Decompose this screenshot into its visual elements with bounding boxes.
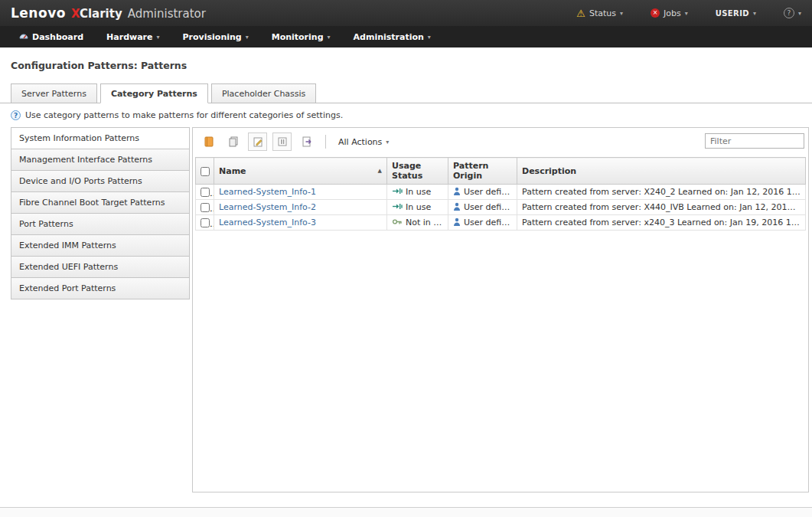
pattern-origin-label: User defined	[464, 218, 517, 227]
help-menu[interactable]: ? ▾	[784, 8, 801, 18]
usage-status-label: In use	[406, 187, 431, 197]
delete-pattern-button[interactable]	[272, 133, 292, 151]
info-icon: ?	[11, 110, 21, 120]
user-defined-icon	[453, 218, 461, 226]
column-header-usage-status[interactable]: Usage Status	[387, 158, 448, 185]
sidebar-item-fibre-channel-boot-target-patterns[interactable]: Fibre Channel Boot Target Patterns	[11, 191, 190, 214]
nav-administration[interactable]: Administration ▾	[342, 26, 442, 47]
sidebar-item-extended-uefi-patterns[interactable]: Extended UEFI Patterns	[11, 256, 190, 278]
page-footer	[0, 507, 812, 517]
table-row: Learned-System_Info-3 Not in use Us	[196, 215, 806, 231]
jobs-label: Jobs	[664, 8, 681, 18]
user-label: USERID	[716, 9, 749, 18]
nav-provisioning[interactable]: Provisioning ▾	[171, 26, 260, 47]
sidebar-item-system-information-patterns[interactable]: System Information Patterns	[11, 127, 190, 149]
deploy-pattern-button[interactable]	[297, 133, 316, 151]
not-in-use-icon	[392, 218, 403, 226]
pattern-name-link[interactable]: Learned-System_Info-1	[219, 187, 316, 197]
edit-icon	[252, 136, 264, 148]
nav-administration-label: Administration	[354, 32, 424, 42]
top-header: Lenovo XClarity Administrator ⚠ Status ▾…	[0, 0, 812, 26]
edit-pattern-button[interactable]	[248, 133, 267, 151]
toolbar-separator	[325, 135, 326, 149]
tab-server-patterns[interactable]: Server Patterns	[11, 83, 97, 103]
nav-dashboard-label: Dashboard	[32, 32, 83, 42]
pattern-origin-label: User defined	[464, 187, 517, 197]
pattern-origin-label: User defined	[464, 202, 517, 212]
filter-container	[705, 133, 804, 149]
xclarity-logo: XClarity	[71, 7, 122, 21]
page-title: Configuration Patterns: Patterns	[0, 47, 812, 71]
nav-hardware[interactable]: Hardware ▾	[95, 26, 171, 47]
select-all-checkbox[interactable]	[201, 167, 210, 176]
column-header-name[interactable]: Name ▲	[214, 158, 387, 185]
chevron-down-icon: ▾	[328, 34, 331, 41]
row-checkbox[interactable]	[201, 203, 210, 212]
sidebar-item-extended-imm-patterns[interactable]: Extended IMM Patterns	[11, 234, 190, 257]
copy-icon	[227, 136, 240, 148]
sidebar-item-device-io-ports-patterns[interactable]: Device and I/O Ports Patterns	[11, 170, 190, 192]
patterns-table: Name ▲ Usage Status Pattern Origin Descr…	[195, 157, 806, 231]
dashboard-icon	[19, 32, 28, 41]
all-actions-label: All Actions	[338, 137, 382, 147]
description-cell: Pattern created from server: x240_3 Lear…	[517, 215, 806, 231]
in-use-icon	[392, 187, 403, 195]
user-menu[interactable]: USERID ▾	[716, 9, 756, 18]
tab-category-patterns[interactable]: Category Patterns	[100, 83, 208, 103]
user-defined-icon	[453, 202, 461, 211]
new-pattern-icon	[203, 136, 215, 148]
main-nav: Dashboard Hardware ▾ Provisioning ▾ Moni…	[0, 26, 812, 47]
user-defined-icon	[453, 187, 461, 195]
jobs-menu[interactable]: × Jobs ▾	[651, 8, 688, 18]
column-header-description[interactable]: Description	[517, 158, 806, 185]
info-text: Use category patterns to make patterns f…	[25, 110, 343, 120]
table-row: Learned-System_Info-2 In use	[196, 200, 806, 215]
chevron-down-icon: ▾	[428, 34, 431, 41]
row-select-cell	[196, 185, 214, 200]
chevron-down-icon: ▾	[246, 34, 249, 41]
app-window: Lenovo XClarity Administrator ⚠ Status ▾…	[0, 0, 812, 517]
nav-hardware-label: Hardware	[106, 32, 152, 42]
sidebar-item-management-interface-patterns[interactable]: Management Interface Patterns	[11, 149, 190, 171]
copy-pattern-button[interactable]	[223, 133, 243, 151]
administrator-label: Administrator	[128, 7, 206, 21]
content-area: System Information Patterns Management I…	[0, 126, 812, 492]
description-cell: Pattern created from server: X240_2 Lear…	[517, 185, 806, 200]
patterns-panel: All Actions ▾ Name	[192, 127, 809, 492]
chevron-down-icon: ▾	[685, 10, 688, 17]
sidebar-item-port-patterns[interactable]: Port Patterns	[11, 213, 190, 235]
all-actions-dropdown[interactable]: All Actions ▾	[335, 135, 392, 149]
usage-status-label: In use	[406, 202, 431, 212]
lenovo-logo: Lenovo	[11, 5, 66, 21]
status-label: Status	[589, 8, 616, 18]
nav-monitoring[interactable]: Monitoring ▾	[260, 26, 342, 47]
brand-logo: Lenovo XClarity Administrator	[11, 5, 206, 21]
filter-input[interactable]	[705, 133, 804, 149]
sort-ascending-icon: ▲	[378, 168, 382, 174]
tab-bar: Server Patterns Category Patterns Placeh…	[0, 83, 812, 103]
chevron-down-icon: ▾	[620, 10, 623, 17]
jobs-error-icon: ×	[651, 8, 660, 18]
nav-monitoring-label: Monitoring	[272, 32, 324, 42]
table-header-row: Name ▲ Usage Status Pattern Origin Descr…	[196, 158, 806, 185]
nav-dashboard[interactable]: Dashboard	[8, 26, 95, 47]
in-use-icon	[392, 202, 403, 211]
select-all-cell	[196, 158, 214, 185]
pattern-name-link[interactable]: Learned-System_Info-2	[219, 202, 316, 212]
category-sidebar: System Information Patterns Management I…	[11, 127, 190, 299]
help-icon: ?	[784, 8, 794, 18]
row-checkbox[interactable]	[201, 188, 210, 197]
patterns-toolbar: All Actions ▾	[193, 128, 808, 155]
tab-placeholder-chassis[interactable]: Placeholder Chassis	[211, 83, 316, 103]
pattern-name-link[interactable]: Learned-System_Info-3	[219, 218, 316, 227]
info-banner: ? Use category patterns to make patterns…	[0, 103, 812, 126]
chevron-down-icon: ▾	[798, 10, 801, 17]
sidebar-item-extended-port-patterns[interactable]: Extended Port Patterns	[11, 277, 190, 299]
chevron-down-icon: ▾	[753, 10, 756, 17]
new-pattern-button[interactable]	[199, 133, 218, 151]
column-header-pattern-origin[interactable]: Pattern Origin	[448, 158, 517, 185]
chevron-down-icon: ▾	[386, 139, 389, 146]
status-menu[interactable]: ⚠ Status ▾	[576, 8, 623, 18]
row-select-cell	[196, 215, 214, 231]
row-checkbox[interactable]	[201, 218, 210, 227]
